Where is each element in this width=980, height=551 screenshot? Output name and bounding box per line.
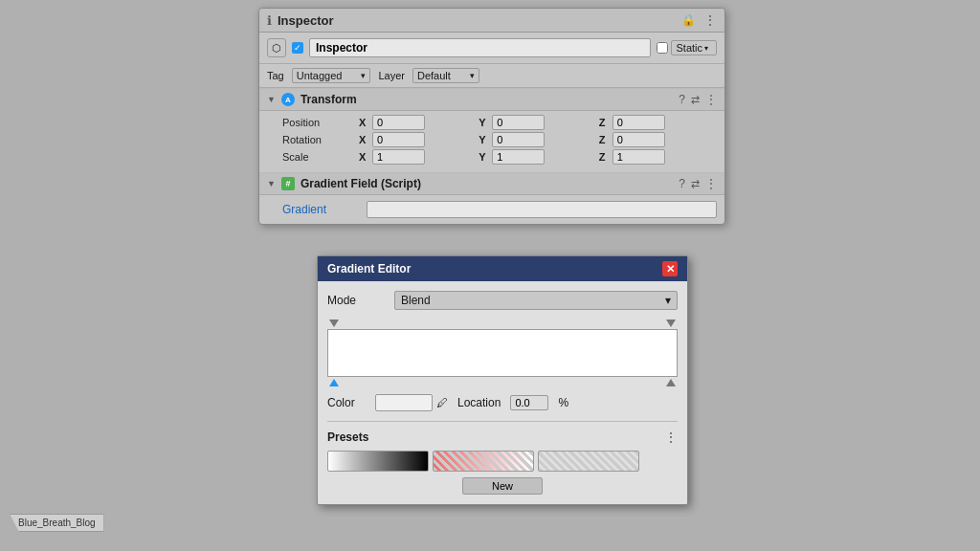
position-x-field: X	[359, 115, 477, 130]
gradient-field-label: Gradient	[282, 203, 359, 216]
eyedropper-icon[interactable]: 🖊	[436, 396, 448, 409]
color-swatch[interactable]	[375, 394, 433, 411]
rotation-z-field: Z	[599, 132, 717, 147]
rotation-row: Rotation X Y Z	[282, 132, 717, 147]
top-handle-left[interactable]	[329, 320, 339, 327]
title-bar-icons: 🔒 ⋮	[681, 12, 717, 28]
gradient-editor-body: Mode Blend ▾	[318, 281, 687, 504]
static-checkbox: Static ▾	[657, 40, 717, 55]
gradient-menu-icon[interactable]: ⋮	[705, 177, 717, 190]
scale-y-input[interactable]	[492, 149, 545, 165]
object-name-input[interactable]	[309, 38, 651, 57]
position-x-input[interactable]	[372, 115, 425, 130]
gradient-script-icon: #	[281, 177, 295, 190]
scale-row: Scale X Y Z	[282, 149, 717, 165]
scale-y-label: Y	[479, 151, 490, 163]
scale-x-input[interactable]	[372, 149, 425, 165]
preset-white-black[interactable]	[327, 451, 429, 472]
transform-title: Transform	[301, 93, 673, 106]
info-icon: ℹ	[267, 13, 272, 28]
new-preset-button[interactable]: New	[462, 477, 543, 495]
gradient-preview[interactable]	[367, 201, 717, 218]
gradient-bar[interactable]	[327, 329, 678, 377]
scale-z-input[interactable]	[612, 149, 665, 165]
rotation-z-label: Z	[599, 134, 611, 145]
position-x-label: X	[359, 117, 370, 128]
new-button-row: New	[327, 477, 678, 495]
object-cube-icon: ⬡	[267, 38, 286, 57]
gradient-editor-close-button[interactable]: ✕	[662, 261, 678, 276]
watermark: Blue_Breath_Blog	[10, 514, 104, 532]
gradient-section-icons: ? ⇄ ⋮	[679, 177, 717, 190]
rotation-x-field: X	[359, 132, 477, 147]
mode-dropdown[interactable]: Blend ▾	[394, 291, 678, 310]
gradient-help-icon[interactable]: ?	[679, 177, 685, 190]
position-xyz: X Y Z	[359, 115, 717, 130]
scale-y-field: Y	[479, 149, 596, 165]
preset-red[interactable]	[433, 451, 534, 472]
lock-icon[interactable]: 🔒	[681, 13, 696, 27]
mode-value: Blend	[401, 294, 431, 307]
rotation-z-input[interactable]	[612, 132, 665, 147]
rotation-y-field: Y	[479, 132, 596, 147]
scale-x-field: X	[359, 149, 477, 165]
presets-grid	[327, 451, 678, 472]
rotation-label: Rotation	[282, 134, 359, 145]
gradient-field-row: Gradient	[259, 195, 724, 224]
gradient-bottom-handles	[327, 379, 678, 386]
gradient-editor-title-label: Gradient Editor	[327, 262, 411, 276]
gradient-settings-icon[interactable]: ⇄	[691, 178, 700, 190]
color-location-row: Color 🖊 Location %	[327, 394, 678, 411]
top-handle-right[interactable]	[666, 320, 676, 327]
menu-icon[interactable]: ⋮	[703, 12, 717, 28]
location-label: Location	[457, 396, 501, 409]
bottom-handle-left[interactable]	[329, 379, 339, 386]
tag-label: Tag	[267, 70, 284, 81]
gradient-top-handles	[327, 320, 678, 327]
active-checkbox[interactable]: ✓	[292, 42, 303, 54]
preset-gray-stripe[interactable]	[538, 451, 639, 472]
static-toggle[interactable]	[657, 42, 668, 54]
rotation-y-input[interactable]	[492, 132, 545, 147]
gradient-bar-area	[327, 320, 678, 386]
rotation-y-label: Y	[479, 134, 490, 145]
static-label: Static	[676, 42, 702, 54]
gradient-collapse-arrow[interactable]: ▼	[267, 179, 276, 188]
position-y-field: Y	[479, 115, 596, 130]
static-button[interactable]: Static ▾	[671, 40, 717, 55]
tag-value: Untagged	[297, 70, 343, 81]
transform-menu-icon[interactable]: ⋮	[705, 93, 717, 106]
transform-settings-icon[interactable]: ⇄	[691, 94, 700, 106]
mode-row: Mode Blend ▾	[327, 291, 678, 310]
bottom-handle-right[interactable]	[666, 379, 676, 386]
position-y-input[interactable]	[492, 115, 545, 130]
rotation-x-input[interactable]	[372, 132, 425, 147]
transform-help-icon[interactable]: ?	[679, 93, 685, 106]
transform-fields: Position X Y Z Rotation	[259, 111, 724, 170]
presets-label: Presets	[327, 430, 368, 444]
inspector-panel: ℹ Inspector 🔒 ⋮ ⬡ ✓ Static ▾ Tag Untagge…	[258, 8, 725, 225]
location-input[interactable]	[510, 395, 548, 410]
tag-arrow: ▾	[361, 71, 366, 80]
position-z-input[interactable]	[612, 115, 665, 130]
percent-sign: %	[558, 396, 568, 409]
presets-section: Presets ⋮ New	[327, 421, 678, 495]
transform-collapse-arrow[interactable]: ▼	[267, 95, 276, 104]
position-y-label: Y	[479, 117, 490, 128]
color-swatch-area: 🖊	[375, 394, 448, 411]
layer-dropdown[interactable]: Default ▾	[412, 68, 479, 83]
presets-menu-icon[interactable]: ⋮	[664, 430, 678, 445]
tag-dropdown[interactable]: Untagged ▾	[292, 68, 371, 83]
panel-title: Inspector	[278, 13, 334, 28]
position-label: Position	[282, 117, 359, 128]
rotation-xyz: X Y Z	[359, 132, 717, 147]
layer-value: Default	[417, 70, 451, 81]
presets-header: Presets ⋮	[327, 430, 678, 445]
static-arrow: ▾	[704, 44, 708, 53]
transform-section-icons: ? ⇄ ⋮	[679, 93, 717, 106]
gradient-section-header: ▼ # Gradient Field (Script) ? ⇄ ⋮	[259, 172, 724, 195]
scale-z-label: Z	[599, 151, 611, 163]
mode-label: Mode	[327, 294, 385, 307]
scale-x-label: X	[359, 151, 370, 163]
title-bar-left: ℹ Inspector	[267, 13, 334, 28]
